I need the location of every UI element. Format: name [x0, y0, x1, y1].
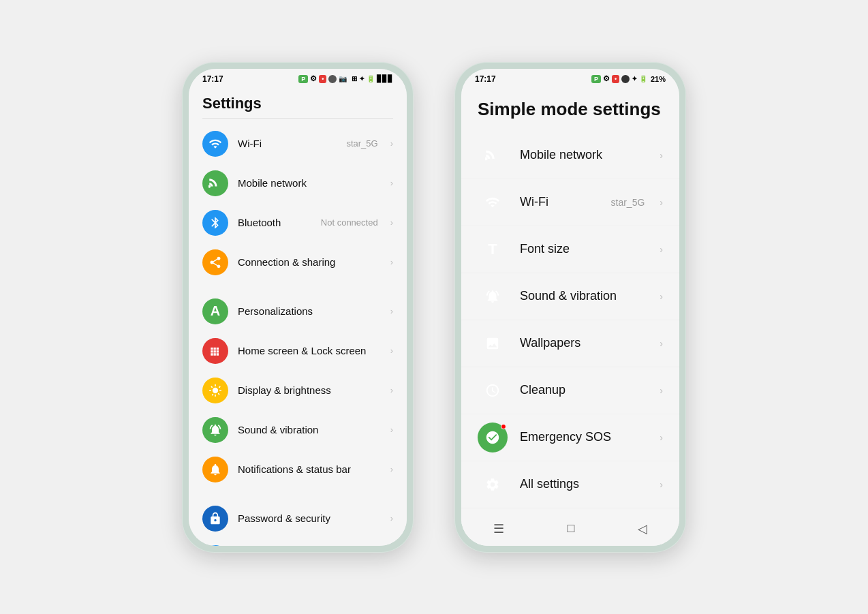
simple-item-mobile[interactable]: Mobile network ›	[461, 132, 679, 179]
homescreen-icon	[202, 338, 228, 364]
battery-text-2: 21%	[651, 75, 666, 83]
status-icons-1: P ⚙ • 📷 ⊞ ✦ 🔋 ▊▊▊	[298, 74, 393, 83]
simple-mobile-icon	[478, 140, 508, 170]
connection-text: Connection & sharing	[238, 256, 381, 268]
display-label: Display & brightness	[238, 384, 331, 396]
password-label: Password & security	[238, 512, 330, 524]
nav-bar: ☰ □ ◁	[461, 515, 679, 546]
phone-1: 17:17 P ⚙ • 📷 ⊞ ✦ 🔋 ▊▊▊ Settings	[182, 62, 414, 553]
simple-list: Mobile network › Wi-Fi star_5G ›	[461, 129, 679, 515]
wifi-icon	[202, 131, 228, 157]
simple-sound-icon	[478, 281, 508, 311]
simple-item-exit[interactable]: Exit Simple mode ›	[461, 508, 679, 515]
notifications-chevron: ›	[390, 464, 393, 474]
nav-menu-icon[interactable]: ☰	[493, 521, 504, 536]
simple-allsettings-chevron: ›	[660, 479, 663, 490]
mobile-label: Mobile network	[238, 177, 307, 189]
section-gap-1	[189, 282, 407, 292]
connection-label: Connection & sharing	[238, 256, 335, 268]
bluetooth-text: Bluetooth Not connected	[238, 217, 381, 228]
page-title-2: Simple mode settings	[461, 87, 679, 129]
sound-chevron: ›	[390, 425, 393, 435]
mobile-text: Mobile network	[238, 177, 381, 189]
privacy-icon	[202, 545, 228, 546]
password-text: Password & security	[238, 512, 381, 524]
phones-container: 17:17 P ⚙ • 📷 ⊞ ✦ 🔋 ▊▊▊ Settings	[155, 35, 713, 580]
status-time-1: 17:17	[202, 74, 223, 84]
simple-fontsize-label: Font size	[520, 242, 647, 256]
bluetooth-icon	[202, 210, 228, 236]
nav-home-icon[interactable]: □	[568, 521, 575, 536]
simple-item-allsettings[interactable]: All settings ›	[461, 461, 679, 508]
simple-sos-chevron: ›	[660, 432, 663, 443]
settings-item-display[interactable]: Display & brightness ›	[189, 371, 407, 410]
simple-sos-label: Emergency SOS	[520, 430, 647, 444]
dot-icon-1	[328, 75, 337, 83]
display-icon	[202, 378, 228, 403]
password-chevron: ›	[390, 513, 393, 523]
gear-icon-1: ⚙	[310, 74, 317, 83]
red-badge-2: •	[612, 75, 619, 83]
section-gap-2	[189, 489, 407, 499]
settings-item-bluetooth[interactable]: Bluetooth Not connected ›	[189, 203, 407, 243]
settings-item-personalizations[interactable]: A Personalizations ›	[189, 292, 407, 331]
battery-badge-1: P	[298, 75, 308, 83]
simple-item-wallpapers[interactable]: Wallpapers ›	[461, 320, 679, 367]
signal-icons-2: ✦ 🔋	[632, 75, 647, 82]
simple-allsettings-label: All settings	[520, 477, 647, 491]
simple-item-sos[interactable]: Emergency SOS ›	[461, 414, 679, 461]
notifications-icon	[202, 457, 228, 482]
simple-wallpapers-icon	[478, 328, 508, 358]
dot-icon-2	[621, 75, 630, 83]
simple-wallpapers-label: Wallpapers	[520, 336, 647, 350]
simple-allsettings-icon	[478, 470, 508, 500]
simple-item-wifi[interactable]: Wi-Fi star_5G ›	[461, 179, 679, 226]
phone-2: 17:17 P ⚙ • ✦ 🔋 21% Simple mode settings	[454, 62, 686, 553]
nav-back-icon[interactable]: ◁	[638, 521, 647, 536]
simple-fontsize-chevron: ›	[660, 244, 663, 255]
bluetooth-sublabel: Not connected	[321, 217, 378, 228]
simple-sos-icon	[478, 423, 508, 452]
red-badge-1: •	[319, 75, 326, 83]
simple-wifi-label: Wi-Fi	[520, 195, 599, 209]
personalizations-icon: A	[202, 298, 228, 324]
sound-text: Sound & vibration	[238, 424, 381, 435]
gear-icon-2: ⚙	[603, 74, 610, 83]
wifi-chevron: ›	[390, 138, 393, 149]
sound-icon	[202, 417, 228, 443]
connection-icon	[202, 249, 228, 275]
screen-content-2: Simple mode settings Mobile network ›	[461, 87, 679, 546]
bluetooth-label: Bluetooth	[238, 217, 281, 228]
battery-badge-2: P	[591, 75, 601, 83]
simple-mobile-label: Mobile network	[520, 148, 647, 162]
simple-item-fontsize[interactable]: T Font size ›	[461, 226, 679, 273]
simple-cleanup-icon	[478, 375, 508, 405]
signal-icons-1: ⊞ ✦ 🔋	[352, 75, 375, 82]
simple-cleanup-label: Cleanup	[520, 383, 647, 397]
simple-wifi-chevron: ›	[660, 197, 663, 208]
wifi-sublabel: star_5G	[346, 138, 377, 149]
status-bar-2: 17:17 P ⚙ • ✦ 🔋 21%	[461, 69, 679, 87]
notifications-text: Notifications & status bar	[238, 463, 381, 475]
sound-label: Sound & vibration	[238, 424, 318, 435]
simple-item-sound[interactable]: Sound & vibration ›	[461, 273, 679, 320]
simple-mobile-chevron: ›	[660, 150, 663, 161]
simple-wifi-sublabel: star_5G	[611, 197, 645, 208]
settings-item-homescreen[interactable]: Home screen & Lock screen ›	[189, 331, 407, 371]
settings-item-notifications[interactable]: Notifications & status bar ›	[189, 450, 407, 489]
simple-fontsize-icon: T	[478, 234, 508, 264]
settings-list-1: Wi-Fi star_5G › Mobile network ›	[189, 119, 407, 546]
settings-item-connection[interactable]: Connection & sharing ›	[189, 243, 407, 282]
screen-content-1: Settings Wi-Fi star_5G ›	[189, 87, 407, 546]
simple-cleanup-chevron: ›	[660, 385, 663, 396]
homescreen-text: Home screen & Lock screen	[238, 345, 381, 356]
settings-item-mobile[interactable]: Mobile network ›	[189, 164, 407, 203]
settings-item-sound[interactable]: Sound & vibration ›	[189, 410, 407, 450]
simple-item-cleanup[interactable]: Cleanup ›	[461, 367, 679, 414]
settings-item-password[interactable]: Password & security ›	[189, 499, 407, 538]
mobile-icon	[202, 170, 228, 196]
settings-item-wifi[interactable]: Wi-Fi star_5G ›	[189, 124, 407, 164]
notifications-label: Notifications & status bar	[238, 463, 351, 475]
wifi-text: Wi-Fi star_5G	[238, 138, 381, 149]
settings-item-privacy[interactable]: Privacy ›	[189, 538, 407, 546]
